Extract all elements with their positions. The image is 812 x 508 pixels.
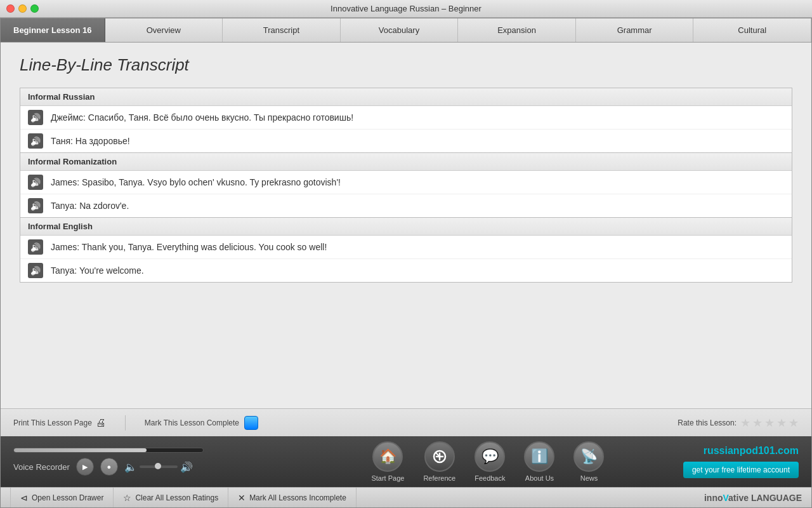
- play-audio-button[interactable]: [28, 198, 43, 213]
- brand-name: russianpod101.com: [704, 445, 799, 456]
- play-audio-button[interactable]: [28, 110, 43, 125]
- nav-news[interactable]: 📡 News: [573, 441, 604, 482]
- transcript-text: Tanya: Na zdorov'e.: [51, 201, 129, 211]
- minimize-button[interactable]: [18, 4, 27, 13]
- star-4[interactable]: ★: [776, 416, 787, 430]
- mark-complete-label: Mark This Lesson Complete: [145, 418, 239, 427]
- open-lesson-drawer-button[interactable]: ⊲ Open Lesson Drawer: [10, 488, 114, 507]
- feedback-label: Feedback: [475, 474, 505, 482]
- star-rating[interactable]: ★ ★ ★ ★ ★: [740, 416, 799, 430]
- section-informal-russian: Informal Russian Джеймс: Спасибо, Таня. …: [20, 88, 792, 153]
- mark-incomplete-label: Mark All Lessons Incomplete: [249, 493, 346, 502]
- clear-ratings-label: Clear All Lesson Ratings: [135, 493, 218, 502]
- transcript-text: James: Thank you, Tanya. Everything was …: [51, 242, 327, 252]
- section-header-russian: Informal Russian: [20, 88, 792, 106]
- slider-track[interactable]: [140, 465, 178, 468]
- status-bar: Print This Lesson Page 🖨 Mark This Lesso…: [1, 408, 811, 436]
- voice-recorder-label: Voice Recorder: [13, 462, 70, 472]
- tab-cultural[interactable]: Cultural: [693, 18, 811, 42]
- section-informal-romanization: Informal Romanization James: Spasibo, Ta…: [20, 153, 792, 218]
- voice-recorder-section: Voice Recorder ▶ ● 🔈 🔊: [13, 448, 229, 476]
- section-informal-english: Informal English James: Thank you, Tanya…: [20, 218, 792, 283]
- complete-checkbox[interactable]: [244, 416, 258, 430]
- start-page-icon[interactable]: 🏠: [372, 441, 403, 472]
- reference-icon[interactable]: [424, 441, 455, 472]
- transcript-text: James: Spasibo, Tanya. Vsyo bylo ochen' …: [51, 177, 341, 187]
- star-2[interactable]: ★: [752, 416, 763, 430]
- brand-section: russianpod101.com get your free lifetime…: [683, 445, 799, 478]
- about-us-icon[interactable]: ℹ️: [524, 441, 554, 472]
- play-audio-button[interactable]: [28, 133, 43, 149]
- tab-active[interactable]: Beginner Lesson 16: [1, 18, 105, 42]
- progress-bar[interactable]: [13, 448, 204, 453]
- news-label: News: [580, 474, 598, 482]
- progress-fill: [14, 448, 147, 452]
- mark-incomplete-button[interactable]: ✕ Mark All Lessons Incomplete: [228, 488, 357, 507]
- feedback-icon[interactable]: 💬: [475, 441, 505, 472]
- start-page-label: Start Page: [371, 474, 404, 482]
- content-area: Line-By-Line Transcript Informal Russian…: [1, 43, 811, 408]
- rate-section: Rate this Lesson: ★ ★ ★ ★ ★: [678, 416, 799, 430]
- voice-controls: Voice Recorder ▶ ● 🔈 🔊: [13, 458, 229, 476]
- transcript-row: Джеймс: Спасибо, Таня. Всё было очень вк…: [20, 106, 792, 130]
- print-label: Print This Lesson Page: [13, 418, 92, 427]
- section-header-romanization: Informal Romanization: [20, 153, 792, 171]
- x-icon: ✕: [238, 493, 246, 503]
- bottom-logo: innoVative LANGUAGE: [704, 493, 802, 503]
- tab-transcript[interactable]: Transcript: [223, 18, 341, 42]
- star-5[interactable]: ★: [789, 416, 799, 430]
- nav-start-page[interactable]: 🏠 Start Page: [371, 441, 404, 482]
- volume-slider[interactable]: 🔈 🔊: [124, 461, 193, 473]
- play-audio-button[interactable]: [28, 239, 43, 255]
- maximize-button[interactable]: [30, 4, 39, 13]
- printer-icon: 🖨: [96, 417, 106, 429]
- transcript-row: Tanya: You're welcome.: [20, 259, 792, 282]
- close-button[interactable]: [6, 4, 15, 13]
- transcript-text: Таня: На здоровье!: [51, 136, 130, 146]
- tab-bar: Beginner Lesson 16 Overview Transcript V…: [1, 18, 811, 43]
- tab-grammar[interactable]: Grammar: [576, 18, 694, 42]
- rate-label: Rate this Lesson:: [678, 418, 737, 427]
- slider-knob[interactable]: [155, 463, 161, 469]
- record-button[interactable]: ●: [100, 458, 118, 476]
- print-button[interactable]: Print This Lesson Page 🖨: [13, 417, 106, 429]
- bottom-status-bar: ⊲ Open Lesson Drawer ☆ Clear All Lesson …: [1, 487, 811, 507]
- mark-complete-button[interactable]: Mark This Lesson Complete: [145, 416, 258, 430]
- tab-vocabulary[interactable]: Vocabulary: [341, 18, 459, 42]
- tab-overview[interactable]: Overview: [105, 18, 223, 42]
- vol-high-icon: 🔊: [180, 461, 193, 473]
- play-audio-button[interactable]: [28, 263, 43, 278]
- transcript-row: Таня: На здоровье!: [20, 130, 792, 152]
- transcript-text: Джеймс: Спасибо, Таня. Всё было очень вк…: [51, 112, 353, 123]
- transcript-row: James: Thank you, Tanya. Everything was …: [20, 236, 792, 259]
- about-us-label: About Us: [525, 474, 554, 482]
- open-lesson-drawer-label: Open Lesson Drawer: [32, 493, 103, 502]
- star-icon: ☆: [123, 493, 131, 503]
- window-title: Innovative Language Russian – Beginner: [331, 4, 481, 13]
- clear-ratings-button[interactable]: ☆ Clear All Lesson Ratings: [114, 488, 228, 507]
- transcript-text: Tanya: You're welcome.: [51, 265, 144, 276]
- brand-logo: russianpod101.com: [704, 445, 799, 457]
- nav-feedback[interactable]: 💬 Feedback: [475, 441, 505, 482]
- play-button[interactable]: ▶: [76, 458, 94, 476]
- news-icon[interactable]: 📡: [573, 441, 604, 472]
- tab-expansion[interactable]: Expansion: [458, 18, 576, 42]
- main-window: Beginner Lesson 16 Overview Transcript V…: [0, 18, 812, 508]
- reference-label: Reference: [423, 474, 455, 482]
- nav-about-us[interactable]: ℹ️ About Us: [524, 441, 554, 482]
- traffic-lights: [6, 4, 39, 13]
- title-bar: Innovative Language Russian – Beginner: [0, 0, 812, 18]
- star-3[interactable]: ★: [764, 416, 775, 430]
- page-title: Line-By-Line Transcript: [20, 55, 792, 75]
- star-1[interactable]: ★: [740, 416, 750, 430]
- free-account-button[interactable]: get your free lifetime account: [683, 462, 799, 478]
- drawer-icon: ⊲: [20, 493, 28, 503]
- bottom-toolbar: Voice Recorder ▶ ● 🔈 🔊 🏠 Start Page: [1, 436, 811, 487]
- vol-low-icon: 🔈: [124, 461, 137, 473]
- play-audio-button[interactable]: [28, 175, 43, 190]
- transcript-row: Tanya: Na zdorov'e.: [20, 194, 792, 217]
- transcript-row: James: Spasibo, Tanya. Vsyo bylo ochen' …: [20, 171, 792, 194]
- nav-reference[interactable]: Reference: [423, 441, 455, 482]
- nav-icons-section: 🏠 Start Page Reference 💬 Feedback ℹ️ Abo…: [229, 441, 683, 482]
- section-header-english: Informal English: [20, 218, 792, 236]
